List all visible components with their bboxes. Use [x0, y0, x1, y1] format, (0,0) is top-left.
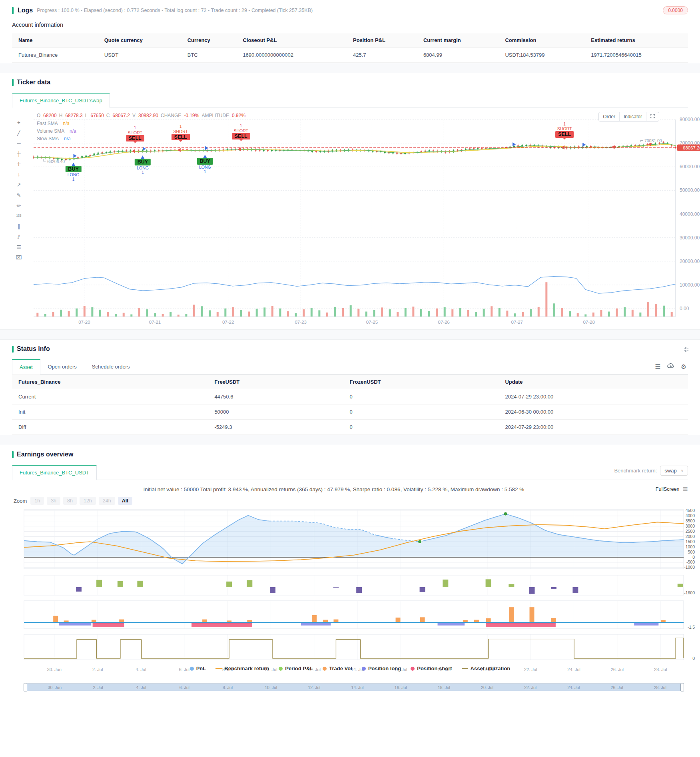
logs-progress-text: Progress : 100.0 % - Elapsed (second) : …	[37, 8, 313, 13]
cross-icon[interactable]: ┼	[17, 151, 20, 156]
logs-header: Logs Progress : 100.0 % - Elapsed (secon…	[0, 0, 700, 15]
status-cell: 2024-06-30 00:00:00	[499, 404, 688, 420]
legend-item-benchmark-return[interactable]: Benchmark return	[215, 665, 269, 671]
indicator-button[interactable]: Indicator	[620, 112, 646, 121]
status-cell: 0	[343, 389, 499, 404]
tab-asset[interactable]: Asset	[12, 359, 40, 375]
sell-marker: 1SHORTSELL	[555, 122, 574, 138]
pencil-icon[interactable]: ✎	[17, 193, 21, 198]
earnings-chart[interactable]: 450040003500300025002000150010005000-500…	[12, 506, 688, 697]
account-cell: 1690.0000000000002	[236, 48, 347, 63]
navigator-date: 4. Jul	[136, 685, 146, 690]
status-row-link[interactable]: Current	[12, 389, 208, 404]
sma-legend-item: Fast SMA n/a	[37, 121, 70, 126]
tab-schedule-orders[interactable]: Schedule orders	[84, 359, 138, 375]
zoom-button-24h[interactable]: 24h	[99, 497, 115, 505]
zoom-button-all[interactable]: All	[118, 497, 132, 505]
account-cell: Futures_Binance	[12, 48, 98, 63]
svg-text:70081.00: 70081.00	[644, 138, 662, 143]
section-accent-bar	[12, 451, 14, 458]
range-navigator[interactable]: 30. Jun2. Jul4. Jul6. Jul8. Jul10. Jul12…	[24, 683, 684, 691]
order-button[interactable]: Order	[599, 112, 620, 121]
account-title: Account information	[12, 22, 688, 28]
legend-item-period-p-l[interactable]: Period P&L	[279, 665, 313, 671]
svg-text:20000.00: 20000.00	[680, 259, 700, 264]
legend-label: Trade Vol	[329, 665, 352, 671]
fullscreen-label: FullScreen	[656, 486, 680, 492]
earnings-section: Earnings overview Futures_Binance_BTC_US…	[0, 445, 700, 708]
pen-icon[interactable]: ✏	[17, 203, 21, 208]
list-icon[interactable]: ☰	[655, 363, 660, 371]
sell-marker: 1SHORTSELL	[172, 124, 190, 140]
navigator-date: 12. Jul	[308, 685, 320, 690]
tab-ticker-symbol[interactable]: Futures_Binance_BTC_USDT:swap	[12, 93, 110, 108]
svg-text:07-23: 07-23	[295, 320, 306, 325]
status-cell: 0	[343, 404, 499, 420]
status-cell: Init	[12, 404, 208, 420]
table-row: Init5000002024-06-30 00:00:00	[12, 404, 688, 420]
fullscreen-button[interactable]: FullScreen ☰	[656, 486, 688, 493]
crosshair-icon[interactable]: ⌖	[17, 120, 20, 125]
buy-marker: BUYLONG1	[197, 153, 213, 174]
fullscreen-expand-icon[interactable]	[646, 112, 659, 121]
legend-item-asset-utilization[interactable]: Asset utilization	[462, 665, 511, 671]
account-col-header: Estimated returns	[584, 33, 688, 48]
range-icon[interactable]: ↕	[18, 172, 20, 177]
account-cell: 6804.99	[417, 48, 499, 63]
sma-legend-item: Slow SMA n/a	[37, 136, 71, 141]
numbers-icon[interactable]: ¹²³	[16, 213, 22, 219]
legend-label: Position short	[417, 665, 452, 671]
account-col-header: Currency	[181, 33, 237, 48]
legend-item-position-short[interactable]: Position short	[411, 665, 452, 671]
navigator-date: 26. Jul	[611, 685, 623, 690]
gear-icon[interactable]: ⚙	[681, 363, 686, 371]
channel-icon[interactable]: ⫽	[18, 234, 20, 239]
svg-text:80000.00: 80000.00	[680, 117, 700, 122]
legend-item-position-long[interactable]: Position long	[362, 665, 401, 671]
chart-legend: PnLBenchmark returnPeriod P&LTrade VolPo…	[12, 665, 688, 671]
dash-swatch-icon	[215, 668, 222, 669]
cloud-download-icon[interactable]	[667, 363, 674, 371]
parallel-icon[interactable]: ∥	[18, 224, 20, 229]
earnings-tabbar: Futures_Binance_BTC_USDT Benchmark retur…	[12, 464, 688, 480]
account-col-header: Position P&L	[347, 33, 417, 48]
hline-icon[interactable]: ─	[17, 141, 20, 146]
legend-item-trade-vol[interactable]: Trade Vol	[323, 665, 352, 671]
account-table: NameQuote currencyCurrencyCloseout P&LPo…	[12, 33, 688, 63]
zoom-button-12h[interactable]: 12h	[80, 497, 96, 505]
section-accent-bar	[12, 7, 14, 14]
svg-text:500: 500	[688, 550, 695, 554]
account-col-header: Commission	[499, 33, 584, 48]
svg-text:63206.40: 63206.40	[47, 159, 65, 164]
tab-open-orders[interactable]: Open orders	[40, 359, 84, 375]
earnings-stats: Initial net value : 50000 Total profit: …	[12, 486, 656, 492]
navigator-date: 10. Jul	[265, 685, 277, 690]
svg-text:0: 0	[692, 656, 695, 661]
zoom-button-8h[interactable]: 8h	[63, 497, 77, 505]
navigator-date: 8. Jul	[223, 685, 233, 690]
arrow-icon[interactable]: ↗	[17, 182, 21, 187]
navigator-handle[interactable]	[680, 683, 684, 691]
svg-text:1000: 1000	[686, 544, 695, 549]
collapse-icon[interactable]	[684, 347, 689, 353]
trendline-icon[interactable]: ╱	[17, 130, 20, 135]
svg-text:2000: 2000	[686, 534, 695, 539]
tab-earnings-symbol[interactable]: Futures_Binance_BTC_USDT	[12, 465, 97, 480]
legend-label: Position long	[368, 665, 401, 671]
legend-item-pnl[interactable]: PnL	[190, 665, 206, 671]
ticker-chart[interactable]: 80000.0070000.0060000.0050000.0040000.00…	[12, 109, 688, 329]
dash-swatch-icon	[462, 668, 468, 669]
svg-text:60000.00: 60000.00	[680, 164, 700, 169]
svg-text:07-22: 07-22	[222, 320, 234, 325]
menu-icon[interactable]: ☰	[683, 486, 688, 493]
navigator-handle[interactable]	[24, 683, 27, 691]
zoom-button-3h[interactable]: 3h	[47, 497, 60, 505]
measure-icon[interactable]: ✛	[17, 161, 21, 167]
svg-text:10000.00: 10000.00	[680, 282, 700, 288]
list-icon[interactable]: ☰	[16, 245, 21, 250]
circle-swatch-icon	[411, 667, 415, 671]
trash-icon[interactable]: ⌧	[16, 255, 22, 260]
zoom-button-1h[interactable]: 1h	[30, 497, 44, 505]
section-separator	[0, 329, 700, 340]
benchmark-select[interactable]: swap ∨	[660, 466, 688, 476]
